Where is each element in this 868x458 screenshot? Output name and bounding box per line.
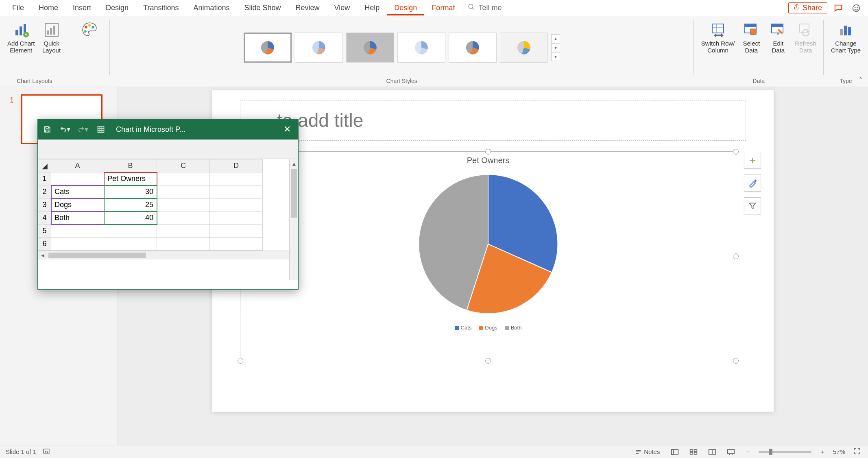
menu-file[interactable]: File <box>5 0 31 15</box>
datasheet-horizontal-scrollbar[interactable]: ◂ ▸ <box>38 251 298 260</box>
refresh-data-button[interactable]: RefreshData <box>792 19 819 56</box>
chart-style-4[interactable] <box>397 33 445 63</box>
save-icon[interactable] <box>42 124 52 135</box>
undo-icon[interactable]: ▾ <box>60 124 70 135</box>
row-header[interactable]: 2 <box>38 185 51 198</box>
chart-object[interactable]: Pet Owners Cats Dogs Both <box>240 151 736 361</box>
legend-item-dogs[interactable]: Dogs <box>479 325 497 331</box>
menu-insert[interactable]: Insert <box>65 0 98 15</box>
zoom-out-button[interactable]: − <box>744 448 752 455</box>
scroll-up-icon[interactable]: ▴ <box>290 159 298 168</box>
chart-styles-button[interactable] <box>744 174 761 192</box>
menu-view[interactable]: View <box>327 0 358 15</box>
menu-review[interactable]: Review <box>288 0 327 15</box>
collapse-ribbon-button[interactable]: ˄ <box>859 76 862 84</box>
edit-data-button[interactable]: EditData <box>765 19 791 56</box>
share-button[interactable]: Share <box>788 2 827 13</box>
row-header[interactable]: 5 <box>38 225 51 238</box>
menu-design[interactable]: Design <box>98 0 136 15</box>
cell[interactable]: 40 <box>104 212 157 225</box>
zoom-slider[interactable] <box>759 451 811 453</box>
cell[interactable]: 30 <box>104 185 157 198</box>
cell[interactable] <box>157 225 210 238</box>
row-header[interactable]: 1 <box>38 172 51 185</box>
gallery-down-button[interactable]: ▾ <box>551 43 560 52</box>
cell[interactable]: Both <box>51 212 104 225</box>
change-chart-type-button[interactable]: ChangeChart Type <box>829 19 863 56</box>
close-button[interactable]: ✕ <box>280 122 294 136</box>
datasheet-formula-bar[interactable] <box>38 140 298 159</box>
zoom-slider-thumb[interactable] <box>769 449 772 455</box>
notes-toggle-button[interactable]: Notes <box>632 447 662 456</box>
chart-filters-button[interactable] <box>744 197 761 214</box>
datasheet-grid[interactable]: ◢ A B C D 1 Pet Owners 2 Cats 30 <box>38 159 298 251</box>
chart-style-5[interactable] <box>449 33 497 63</box>
resize-handle[interactable] <box>733 253 739 259</box>
cell[interactable] <box>210 198 263 212</box>
resize-handle[interactable] <box>238 358 243 364</box>
cell[interactable]: Pet Owners <box>104 172 157 185</box>
normal-view-button[interactable] <box>669 447 681 456</box>
cell[interactable] <box>210 212 263 225</box>
cell[interactable] <box>157 238 210 251</box>
cell[interactable] <box>157 185 210 198</box>
cell[interactable] <box>157 212 210 225</box>
column-header-a[interactable]: A <box>51 159 104 172</box>
scroll-left-icon[interactable]: ◂ <box>38 251 48 259</box>
menu-help[interactable]: Help <box>357 0 387 15</box>
cell[interactable] <box>210 238 263 251</box>
cell[interactable] <box>210 185 263 198</box>
datasheet-vertical-scrollbar[interactable]: ▴ <box>289 159 298 280</box>
slide-sorter-view-button[interactable] <box>687 447 700 456</box>
chart-style-2[interactable] <box>295 33 343 63</box>
chart-style-6[interactable] <box>500 33 548 63</box>
legend-item-cats[interactable]: Cats <box>455 325 472 331</box>
fit-to-window-button[interactable] <box>852 447 862 456</box>
legend-item-both[interactable]: Both <box>505 325 522 331</box>
column-header-b[interactable]: B <box>104 159 157 172</box>
select-all-corner[interactable]: ◢ <box>38 159 51 172</box>
column-header-d[interactable]: D <box>210 159 263 172</box>
switch-row-column-button[interactable]: Switch Row/Column <box>699 19 737 56</box>
cell[interactable] <box>51 172 104 185</box>
cell[interactable] <box>104 225 157 238</box>
cell[interactable] <box>210 225 263 238</box>
change-colors-button[interactable] <box>77 19 102 41</box>
cell[interactable]: Dogs <box>51 198 104 212</box>
feedback-smiley-button[interactable] <box>849 1 863 15</box>
cell[interactable] <box>51 238 104 251</box>
zoom-in-button[interactable]: + <box>818 448 827 455</box>
scroll-thumb[interactable] <box>48 253 146 258</box>
cell[interactable] <box>51 225 104 238</box>
title-placeholder[interactable]: to add title <box>240 100 746 141</box>
chart-legend[interactable]: Cats Dogs Both <box>240 321 736 331</box>
zoom-percent[interactable]: 57% <box>833 448 845 455</box>
select-data-button[interactable]: SelectData <box>739 19 764 56</box>
chart-elements-button[interactable]: ＋ <box>744 152 761 169</box>
cell[interactable] <box>210 172 263 185</box>
menu-chart-design[interactable]: Design <box>387 0 424 15</box>
menu-transitions[interactable]: Transitions <box>136 0 186 15</box>
comments-button[interactable] <box>831 1 845 15</box>
tell-me-search[interactable]: Tell me <box>462 3 507 13</box>
resize-handle[interactable] <box>485 358 491 364</box>
menu-slideshow[interactable]: Slide Show <box>237 0 288 15</box>
row-header[interactable]: 6 <box>38 238 51 251</box>
row-header[interactable]: 4 <box>38 212 51 225</box>
gallery-more-button[interactable]: ▾ <box>551 52 560 61</box>
cell[interactable] <box>104 238 157 251</box>
pie-chart[interactable] <box>240 165 736 321</box>
column-header-c[interactable]: C <box>157 159 210 172</box>
resize-handle[interactable] <box>733 149 739 155</box>
resize-handle[interactable] <box>485 149 491 155</box>
cell[interactable] <box>157 198 210 212</box>
chart-datasheet-window[interactable]: ▾ ▾ Chart in Microsoft P... ✕ ◢ A B C D … <box>37 119 299 290</box>
menu-home[interactable]: Home <box>31 0 65 15</box>
accessibility-icon[interactable] <box>43 447 50 456</box>
cell[interactable]: 25 <box>104 198 157 212</box>
menu-chart-format[interactable]: Format <box>424 0 462 15</box>
datasheet-grid-icon[interactable] <box>96 124 106 135</box>
quick-layout-button[interactable]: QuickLayout <box>39 19 64 56</box>
redo-icon[interactable]: ▾ <box>78 124 88 135</box>
gallery-up-button[interactable]: ▴ <box>551 34 560 43</box>
